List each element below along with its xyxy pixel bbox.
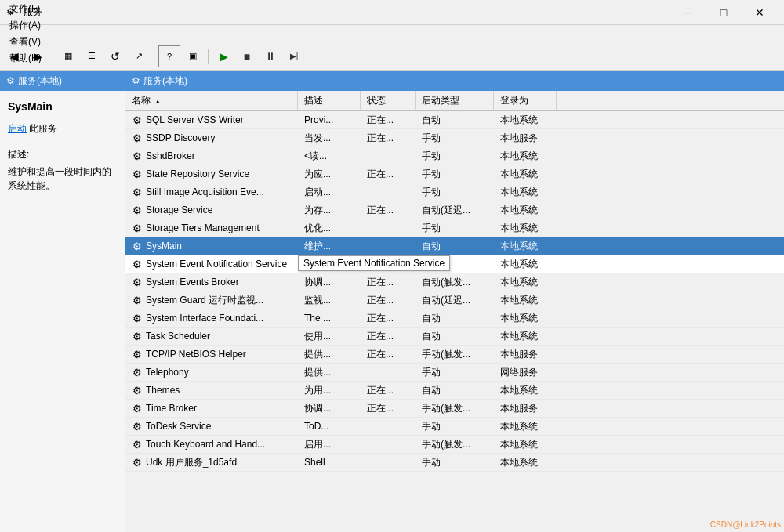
menu-item[interactable]: 文件(F) bbox=[3, 1, 48, 17]
service-startup-cell: 手动(触发... bbox=[416, 400, 494, 417]
service-desc-cell: 监视... bbox=[298, 291, 361, 309]
service-name-cell: ⚙Touch Keyboard and Hand... bbox=[125, 436, 298, 453]
table-row[interactable]: ⚙SSDP Discovery当发...正在...手动本地服务 bbox=[125, 129, 784, 147]
service-name-cell: ⚙Themes bbox=[125, 382, 298, 399]
table-row[interactable]: ⚙System Event Notification Service正在...自… bbox=[125, 255, 784, 273]
maximize-button[interactable]: □ bbox=[706, 0, 742, 25]
service-desc-cell: <读... bbox=[298, 147, 361, 165]
table-row[interactable]: ⚙ToDesk ServiceToD...手动本地系统 bbox=[125, 418, 784, 436]
service-startup-cell: 自动(触发... bbox=[416, 273, 494, 291]
col-header-status[interactable]: 状态 bbox=[361, 91, 416, 110]
menu-item[interactable]: 操作(A) bbox=[3, 17, 48, 34]
right-panel-header: ⚙ 服务(本地) bbox=[125, 71, 784, 91]
table-row[interactable]: ⚙SshdBroker<读...手动本地系统 bbox=[125, 147, 784, 165]
service-status-cell bbox=[361, 183, 416, 201]
restart-service-button[interactable]: ▶| bbox=[283, 45, 305, 67]
service-name-cell: ⚙TCP/IP NetBIOS Helper bbox=[125, 346, 298, 363]
gear-icon: ⚙ bbox=[132, 385, 143, 396]
stop-service-button[interactable]: ■ bbox=[236, 45, 258, 67]
gear-icon: ⚙ bbox=[132, 457, 143, 468]
service-desc-cell: 协调... bbox=[298, 400, 361, 417]
service-status-cell: 正在... bbox=[361, 309, 416, 327]
table-row[interactable]: ⚙Storage Tiers Management优化...手动本地系统 bbox=[125, 219, 784, 237]
show-list-button[interactable]: ☰ bbox=[81, 45, 103, 67]
table-row[interactable]: ⚙State Repository Service为应...正在...手动本地系… bbox=[125, 165, 784, 183]
pause-service-button[interactable]: ⏸ bbox=[260, 45, 281, 67]
gear-icon: ⚙ bbox=[132, 367, 143, 378]
table-row[interactable]: ⚙Task Scheduler使用...正在...自动本地系统 bbox=[125, 328, 784, 346]
show-console-button[interactable]: ▦ bbox=[57, 45, 79, 67]
service-name-cell: ⚙Still Image Acquisition Eve... bbox=[125, 183, 298, 201]
export-button[interactable]: ↗ bbox=[128, 45, 150, 67]
selected-service-title: SysMain bbox=[8, 100, 117, 113]
help-button[interactable]: ? bbox=[158, 45, 180, 67]
table-row[interactable]: ⚙Udk 用户服务_1d5afdShell手动本地系统 bbox=[125, 454, 784, 472]
service-desc-cell: ToD... bbox=[298, 418, 361, 435]
close-button[interactable]: ✕ bbox=[742, 0, 778, 25]
gear-icon: ⚙ bbox=[132, 114, 143, 125]
service-login-cell: 本地系统 bbox=[494, 183, 557, 201]
tooltip-container: ⚙System Event Notification Service正在...自… bbox=[125, 255, 784, 273]
service-name-cell: ⚙System Guard 运行时监视... bbox=[125, 291, 298, 309]
forward-button[interactable]: ▶ bbox=[27, 45, 49, 67]
service-login-cell: 本地系统 bbox=[494, 147, 557, 165]
minimize-button[interactable]: ─ bbox=[670, 0, 706, 25]
service-login-cell: 本地系统 bbox=[494, 111, 557, 128]
refresh-button[interactable]: ↺ bbox=[104, 45, 126, 67]
service-login-cell: 本地服务 bbox=[494, 400, 557, 417]
service-name-cell: ⚙ToDesk Service bbox=[125, 418, 298, 435]
table-row[interactable]: ⚙System Guard 运行时监视...监视...正在...自动(延迟...… bbox=[125, 291, 784, 309]
table-row[interactable]: ⚙Touch Keyboard and Hand...启用...手动(触发...… bbox=[125, 436, 784, 454]
service-name-cell: ⚙Task Scheduler bbox=[125, 328, 298, 345]
service-desc-cell: 提供... bbox=[298, 364, 361, 381]
service-name-cell: ⚙SSDP Discovery bbox=[125, 129, 298, 147]
gear-icon: ⚙ bbox=[132, 259, 143, 270]
service-startup-cell: 自动 bbox=[416, 382, 494, 399]
table-row[interactable]: ⚙TCP/IP NetBIOS Helper提供...正在...手动(触发...… bbox=[125, 346, 784, 364]
service-name-cell: ⚙SQL Server VSS Writer bbox=[125, 111, 298, 128]
service-status-cell bbox=[361, 237, 416, 255]
service-status-cell bbox=[361, 147, 416, 165]
left-panel-header: ⚙ 服务(本地) bbox=[0, 71, 125, 91]
service-login-cell: 本地系统 bbox=[494, 309, 557, 327]
col-header-startup[interactable]: 启动类型 bbox=[416, 91, 494, 110]
table-row[interactable]: ⚙Still Image Acquisition Eve...启动...手动本地… bbox=[125, 183, 784, 201]
sort-arrow: ▲ bbox=[154, 98, 161, 105]
service-status-cell: 正在... bbox=[361, 400, 416, 417]
table-row[interactable]: ⚙System Interface Foundati...The ...正在..… bbox=[125, 309, 784, 328]
service-login-cell: 本地系统 bbox=[494, 273, 557, 291]
desc-label: 描述: bbox=[8, 148, 117, 161]
table-row[interactable]: ⚙Storage Service为存...正在...自动(延迟...本地系统 bbox=[125, 201, 784, 219]
service-login-cell: 本地系统 bbox=[494, 165, 557, 183]
service-login-cell: 本地服务 bbox=[494, 129, 557, 147]
service-status-cell: 正在... bbox=[361, 382, 416, 399]
left-panel-title: 服务(本地) bbox=[18, 74, 62, 88]
table-row[interactable]: ⚙Telephony提供...手动网络服务 bbox=[125, 364, 784, 382]
gear-icon: ⚙ bbox=[132, 186, 143, 197]
service-desc-cell: 启动... bbox=[298, 183, 361, 201]
table-row[interactable]: ⚙System Events Broker协调...正在...自动(触发...本… bbox=[125, 273, 784, 291]
service-login-cell: 本地系统 bbox=[494, 454, 557, 471]
start-service-button[interactable]: ▶ bbox=[212, 45, 234, 67]
show-detail-button[interactable]: ▣ bbox=[182, 45, 204, 67]
table-row[interactable]: ⚙Themes为用...正在...自动本地系统 bbox=[125, 382, 784, 400]
gear-icon: ⚙ bbox=[132, 277, 143, 288]
gear-icon: ⚙ bbox=[132, 204, 143, 215]
service-status-cell bbox=[361, 436, 416, 453]
table-row[interactable]: ⚙Time Broker协调...正在...手动(触发...本地服务 bbox=[125, 400, 784, 418]
service-startup-cell: 自动 bbox=[416, 309, 494, 327]
table-row[interactable]: ⚙SysMain维护...自动本地系统 bbox=[125, 237, 784, 255]
back-button[interactable]: ◀ bbox=[3, 45, 25, 67]
services-table[interactable]: 名称 ▲ 描述 状态 启动类型 登录为 ⚙SQL Server VSS Writ… bbox=[125, 91, 784, 532]
service-name-cell: ⚙SshdBroker bbox=[125, 147, 298, 165]
gear-icon: ⚙ bbox=[132, 295, 143, 306]
col-header-desc[interactable]: 描述 bbox=[298, 91, 361, 110]
service-login-cell: 本地系统 bbox=[494, 237, 557, 255]
service-desc-cell: The ... bbox=[298, 309, 361, 327]
table-row[interactable]: ⚙SQL Server VSS WriterProvi...正在...自动本地系… bbox=[125, 111, 784, 129]
col-header-login[interactable]: 登录为 bbox=[494, 91, 557, 110]
service-desc-cell: 为存... bbox=[298, 201, 361, 219]
start-service-link[interactable]: 启动 bbox=[8, 123, 27, 134]
col-header-name[interactable]: 名称 ▲ bbox=[125, 91, 298, 110]
service-login-cell: 本地系统 bbox=[494, 219, 557, 237]
